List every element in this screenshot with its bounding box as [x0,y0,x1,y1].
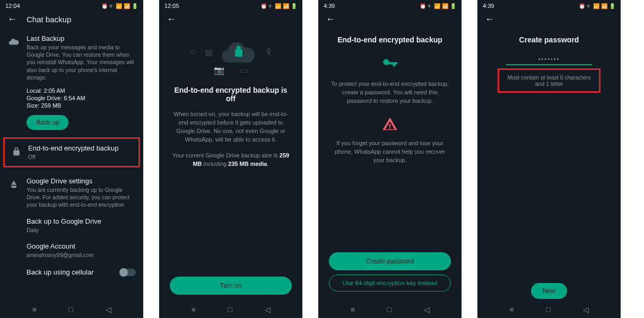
password-hint: Must contain at least 6 characters and 1… [498,68,601,93]
nav-recent-icon[interactable]: ≡ [509,305,514,314]
nav-bar: ≡ □ ◁ [159,300,302,318]
backup-schedule-value: Daily [27,226,136,234]
e2e-title: End-to-end encrypted backup [28,144,133,152]
status-bar: 12:04 ⏰ ᯤ 📶 📶 🔋 [0,0,143,11]
camera-icon: 📷 [214,65,224,75]
turn-on-button[interactable]: Turn on [170,277,292,295]
page-title: Chat backup [27,15,71,24]
create-password-button[interactable]: Create password [329,252,451,270]
screen-chat-backup: 12:04 ⏰ ᯤ 📶 📶 🔋 ← Chat backup Last Backu… [0,0,143,318]
bottom-actions: Create password Use 64-digit encryption … [318,248,462,299]
back-icon[interactable]: ← [485,14,494,25]
status-bar: 4:39 ⏰ ᯤ 📶 📶 🔋 [318,0,462,11]
cloud-icon [7,36,20,48]
last-backup-section: Last Backup Back up your messages and me… [0,30,143,134]
status-icons: ⏰ ᯤ 📶 📶 🔋 [260,3,297,9]
screen-e2e-off: 12:05 ⏰ ᯤ 📶 📶 🔋 ← ☺ ▤ 🎙 📷 ▭ End-to-end e… [159,0,302,318]
google-account-title: Google Account [27,242,136,250]
last-backup-title: Last Backup [27,34,136,42]
page-title: Create password [490,36,608,44]
e2e-backup-row[interactable]: End-to-end encrypted backup Off [3,137,140,167]
nav-back-icon[interactable]: ◁ [265,305,271,314]
nav-recent-icon[interactable]: ≡ [32,305,36,314]
illustration: ☺ ▤ 🎙 [172,30,290,68]
gdrive-section: Google Drive settings You are currently … [0,173,143,213]
lock-icon [10,145,23,158]
status-time: 12:05 [164,3,179,9]
bottom-actions: Turn on [159,272,302,299]
status-icons: ⏰ ᯤ 📶 📶 🔋 [579,3,615,9]
google-account-row[interactable]: Google Account aminahosny99@gmail.com [0,238,143,263]
backup-button[interactable]: Back up [27,115,68,130]
backup-local: Local: 2:05 AM [27,87,136,94]
status-time: 4:39 [324,3,335,9]
body-text-1: To protect your end-to-end encrypted bac… [331,80,449,105]
backup-size: Size: 259 MB [27,102,136,109]
bottom-actions: Next [477,283,621,299]
body-text-2: Your current Google Drive backup size is… [172,152,290,169]
mic-icon: 🎙 [265,47,273,57]
cellular-title: Back up using cellular [27,268,93,276]
content: Create password ••••••• Must contain at … [477,30,621,300]
key-icon [331,55,449,73]
back-icon[interactable]: ← [7,14,17,25]
app-bar: ← [159,11,302,30]
page-title: End-to-end encrypted backup [331,36,449,44]
google-account-value: aminahosny99@gmail.com [27,251,136,259]
nav-home-icon[interactable]: □ [228,305,232,314]
illustration-row2: 📷 ▭ [172,65,290,75]
status-bar: 4:39 ⏰ ᯤ 📶 📶 🔋 [477,0,621,11]
cloud-lock-icon [220,39,257,65]
status-time: 4:39 [483,3,494,9]
cellular-toggle[interactable] [120,269,136,276]
backup-drive: Google Drive: 6:54 AM [27,95,136,101]
nav-home-icon[interactable]: □ [546,305,550,314]
app-bar: ← [318,11,462,30]
nav-back-icon[interactable]: ◁ [106,305,111,314]
e2e-value: Off [28,153,133,161]
content: Last Backup Back up your messages and me… [0,30,143,300]
doc-icon: ▭ [240,65,248,75]
status-icons: ⏰ ᯤ 📶 📶 🔋 [101,3,138,9]
gdrive-desc: You are currently backing up to Google D… [27,186,136,209]
next-button[interactable]: Next [531,283,568,299]
status-time: 12:04 [5,3,20,9]
status-icons: ⏰ ᯤ 📶 📶 🔋 [420,3,456,9]
nav-bar: ≡ □ ◁ [477,300,621,318]
warning-icon [331,116,449,132]
screen-create-password-prompt: 4:39 ⏰ ᯤ 📶 📶 🔋 ← End-to-end encrypted ba… [318,0,462,318]
body-text-1: When turned on, your backup will be end-… [172,110,290,144]
use-key-button[interactable]: Use 64-digit encryption key instead [329,275,451,292]
app-bar: ← Chat backup [0,11,143,30]
body-text-2: If you forget your password and lose you… [331,139,449,165]
backup-schedule-title: Back up to Google Drive [27,217,136,225]
status-bar: 12:05 ⏰ ᯤ 📶 📶 🔋 [159,0,302,11]
nav-back-icon[interactable]: ◁ [583,305,589,314]
file-icon: ▤ [205,47,213,57]
emoji-icon: ☺ [188,47,197,57]
app-bar: ← [477,11,621,30]
backup-schedule-row[interactable]: Back up to Google Drive Daily [0,213,143,238]
nav-recent-icon[interactable]: ≡ [350,305,354,314]
last-backup-desc: Back up your messages and media to Googl… [27,43,136,81]
gdrive-icon [7,178,20,191]
cellular-row[interactable]: Back up using cellular [0,263,143,282]
back-icon[interactable]: ← [167,14,176,25]
screen-create-password-input: 4:39 ⏰ ᯤ 📶 📶 🔋 ← Create password •••••••… [477,0,621,318]
password-input[interactable]: ••••••• [506,56,592,65]
nav-home-icon[interactable]: □ [68,305,73,314]
nav-home-icon[interactable]: □ [387,305,391,314]
back-icon[interactable]: ← [326,14,335,25]
page-title: End-to-end encrypted backup is off [172,86,290,103]
svg-rect-0 [235,49,242,57]
nav-bar: ≡ □ ◁ [318,300,462,318]
nav-bar: ≡ □ ◁ [0,300,143,318]
content: ☺ ▤ 🎙 📷 ▭ End-to-end encrypted backup is… [159,30,302,300]
nav-back-icon[interactable]: ◁ [424,305,430,314]
nav-recent-icon[interactable]: ≡ [191,305,195,314]
gdrive-title: Google Drive settings [27,177,136,185]
